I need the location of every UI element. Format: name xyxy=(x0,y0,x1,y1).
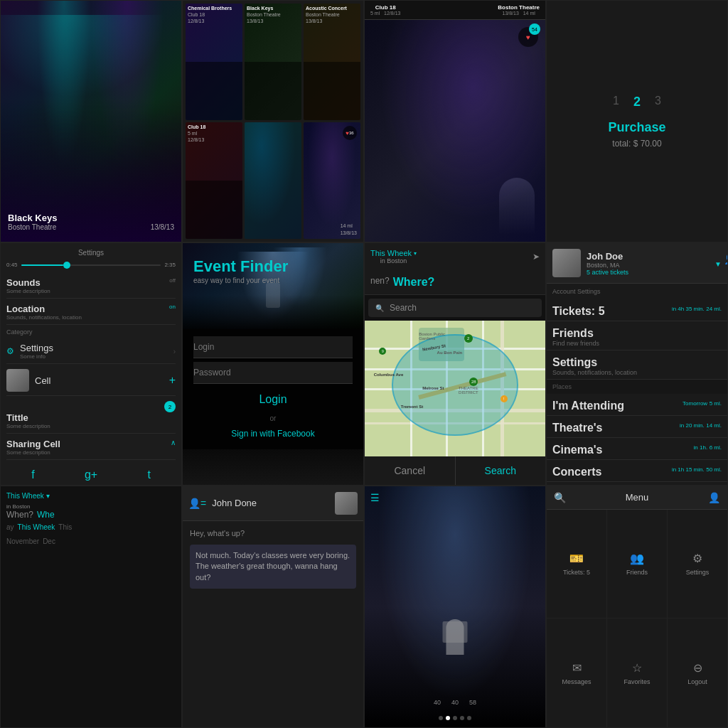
password-input[interactable] xyxy=(193,362,353,384)
profile-cell-row[interactable]: Cell + xyxy=(6,365,176,396)
googleplus-icon[interactable]: g+ xyxy=(85,469,97,481)
menu-search-icon[interactable]: 🔍 xyxy=(554,492,566,503)
search-button[interactable]: Search xyxy=(456,456,546,485)
time-slider[interactable] xyxy=(21,264,161,266)
sounds-setting[interactable]: off Sounds Some description xyxy=(6,274,176,299)
cell-performer: ☰ 40 40 58 xyxy=(364,486,546,728)
add-cell-button[interactable]: + xyxy=(169,374,176,387)
search-radius-circle xyxy=(392,334,518,436)
dot-1 xyxy=(439,716,443,720)
when-label: nen? xyxy=(370,276,390,289)
menu-item-messages[interactable]: ✉ Messages xyxy=(547,619,606,727)
settings-menu-item[interactable]: Settings Sounds, notifications, location xyxy=(547,350,727,380)
this-week-selector[interactable]: This Wheek ▾ xyxy=(6,492,50,500)
menu-profile-icon[interactable]: 👤 xyxy=(708,492,720,503)
tittle-setting[interactable]: 2 Tittle Some description xyxy=(6,397,176,434)
dot-4 xyxy=(460,716,464,720)
profile-dropdown[interactable]: ▼ 👤 xyxy=(714,257,722,269)
navigation-icon[interactable]: ➤ xyxy=(532,252,540,262)
top-event-meta-2: 13/8/13 14 ml xyxy=(498,11,540,16)
menu-item-tickets[interactable]: 🎫 Tickets: 5 xyxy=(547,510,606,619)
event-name: Black Keys xyxy=(8,213,57,223)
map-pin-1[interactable]: 2 xyxy=(464,334,473,343)
thumb-date-2: 13/8/13 xyxy=(247,18,281,24)
dot-5 xyxy=(467,716,471,720)
week-selector[interactable]: This Wheek ▾ xyxy=(370,249,417,257)
thumb-label-3: Acoustic Concert Boston Theatre 13/8/13 xyxy=(306,5,347,24)
user-avatar xyxy=(552,249,581,277)
map-pin-4[interactable]: ! xyxy=(500,395,508,402)
menu-item-friends[interactable]: 👥 Friends xyxy=(607,510,667,619)
messages-menu-label: Messages xyxy=(562,678,591,685)
opt-ay[interactable]: ay xyxy=(6,523,14,531)
cell-label: Cell xyxy=(35,375,50,386)
thumb-venue-3: Boston Theatre xyxy=(306,11,347,18)
thumb-row-2: Club 18 5 ml 12/8/13 ♥36 14 ml 13/8/13 xyxy=(186,122,360,239)
thumb-chemical-brothers[interactable]: Chemical Brothers Club 18 12/8/13 xyxy=(186,4,242,120)
thumb-venue-4-name: Club 18 xyxy=(188,124,205,129)
purchase-button[interactable]: Purchase xyxy=(608,120,665,135)
attending-menu-item[interactable]: Tomorrow 5 ml. I'm Attending xyxy=(547,394,727,416)
menu-items-grid: 🎫 Tickets: 5 👥 Friends ⚙ Settings ✉ Mess… xyxy=(547,510,727,727)
heart-badge[interactable]: ♥ 54 xyxy=(518,27,538,47)
top-event-name-2: Boston Theatre xyxy=(498,4,540,11)
login-button[interactable]: Login xyxy=(193,387,353,412)
settings-nav-row[interactable]: ⚙ Settings Some info › xyxy=(6,339,176,364)
sounds-toggle[interactable]: off xyxy=(169,277,176,284)
concerts-menu-item[interactable]: in 1h 15 min. 50 ml. Concerts xyxy=(547,460,727,482)
thumb-date-1: 12/8/13 xyxy=(188,18,232,24)
event-venue: Boston Theatre xyxy=(8,223,57,231)
thumb-acoustic[interactable]: Acoustic Concert Boston Theatre 13/8/13 xyxy=(304,4,360,120)
event-date: 13/8/13 xyxy=(151,223,174,231)
map-place-label-2: THEATREDISTRICT xyxy=(459,386,478,395)
sounds-label: Sounds xyxy=(6,277,176,288)
purchase-steps: 1 2 3 xyxy=(613,95,661,109)
thumb-date-3: 13/8/13 xyxy=(306,18,347,24)
friends-menu-item[interactable]: Friends Find new friends xyxy=(547,321,727,350)
settings-menu-desc: Sounds, notifications, location xyxy=(552,369,722,376)
slider-fill xyxy=(21,264,63,266)
sharing-expand-icon[interactable]: ∧ xyxy=(171,439,176,446)
thumb-singer[interactable]: ♥36 14 ml 13/8/13 xyxy=(304,122,360,239)
menu-item-settings[interactable]: ⚙ Settings xyxy=(668,510,727,619)
cancel-button[interactable]: Cancel xyxy=(365,456,456,485)
cell-app-menu: 🔍 Menu 👤 🎫 Tickets: 5 👥 Friends ⚙ Settin… xyxy=(546,486,728,728)
map-bottom-actions: Cancel Search xyxy=(365,456,545,485)
theatres-menu-item[interactable]: in 20 min. 14 ml. Theatre's xyxy=(547,416,727,438)
facebook-icon[interactable]: f xyxy=(31,469,34,481)
location-toggle[interactable]: on xyxy=(169,304,176,310)
thumb-event-5[interactable] xyxy=(245,122,301,239)
profile-icon[interactable]: 👤 xyxy=(724,253,728,264)
step-3: 3 xyxy=(655,95,661,109)
twitter-icon[interactable]: t xyxy=(147,469,150,481)
facebook-signin-button[interactable]: Sign in with Facebook xyxy=(193,425,353,442)
location-label: Location xyxy=(6,304,176,314)
sharing-setting[interactable]: ∧ Sharing Cell Some description xyxy=(6,435,176,460)
login-input[interactable] xyxy=(193,336,353,358)
friends-menu-icon: 👥 xyxy=(630,552,644,565)
map-area[interactable]: 2 28 9 ! Newbury St Columbus Ave Melrose… xyxy=(365,321,545,456)
cinemas-menu-item[interactable]: in 1h. 6 ml. Cinema's xyxy=(547,438,727,460)
map-pin-3[interactable]: 9 xyxy=(379,348,386,355)
performer-menu-icon[interactable]: ☰ xyxy=(370,492,380,503)
slider-thumb[interactable] xyxy=(63,262,70,269)
opt-this-week[interactable]: This Wheek xyxy=(18,523,55,531)
location-setting[interactable]: on Location Sounds, notifications, locat… xyxy=(6,300,176,325)
search-bar[interactable]: 🔍 Search xyxy=(368,299,542,317)
user-info: Joh Doe Boston, MA 5 active tickets xyxy=(587,251,628,276)
search-bar-icon: 🔍 xyxy=(375,304,384,312)
time-slider-row: 0:45 2:35 xyxy=(6,262,176,268)
thumb-label-1: Chemical Brothers Club 18 12/8/13 xyxy=(188,5,232,24)
thumb-name-2: Black Keys xyxy=(247,6,273,11)
menu-item-favorites[interactable]: ☆ Favorites xyxy=(607,619,667,727)
opt-this[interactable]: This xyxy=(58,523,72,531)
menu-item-logout[interactable]: ⊖ Logout xyxy=(668,619,727,727)
thumb-black-keys[interactable]: Black Keys Boston Theatre 13/8/13 xyxy=(245,4,301,120)
tickets-menu-item[interactable]: in 4h 35 min. 24 ml. Tickets: 5 xyxy=(547,299,727,321)
social-links: f g+ t xyxy=(6,465,176,481)
where-active-label[interactable]: Whe xyxy=(37,510,55,520)
thumb-event-4[interactable]: Club 18 5 ml 12/8/13 xyxy=(186,122,242,239)
sharing-label: Sharing Cell xyxy=(6,439,176,449)
counter-3: 58 xyxy=(469,699,476,706)
when-inactive-label[interactable]: When? xyxy=(6,510,33,520)
